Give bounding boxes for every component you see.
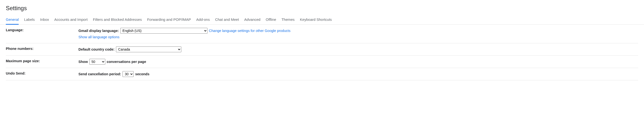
tab-inbox[interactable]: Inbox [40,15,49,24]
setting-row-language: Language: Gmail display language: Englis… [6,25,638,43]
tab-keyboard-shortcuts[interactable]: Keyboard Shortcuts [300,15,332,24]
tab-accounts-import[interactable]: Accounts and Import [54,15,88,24]
settings-tabs: General Labels Inbox Accounts and Import… [0,15,644,25]
setting-label-language: Language: [6,28,78,32]
default-country-code-label: Default country code: [78,46,114,52]
tab-themes[interactable]: Themes [282,15,295,24]
tab-addons[interactable]: Add-ons [196,15,210,24]
setting-row-undo: Undo Send: Send cancellation period: 30 … [6,68,638,80]
setting-row-phone: Phone numbers: Default country code: Can… [6,43,638,56]
page-title: Settings [0,0,644,15]
display-language-label: Gmail display language: [78,28,119,34]
undo-prefix: Send cancellation period: [78,71,121,77]
setting-label-phone: Phone numbers: [6,46,78,50]
undo-suffix: seconds [135,71,150,77]
show-all-language-options-link[interactable]: Show all language options [78,35,119,39]
setting-label-pagesize: Maximum page size: [6,58,78,63]
default-country-code-select[interactable]: Canada [116,46,181,52]
display-language-select[interactable]: English (US) [120,28,208,34]
setting-label-undo: Undo Send: [6,71,78,75]
tab-advanced[interactable]: Advanced [244,15,260,24]
tab-chat-meet[interactable]: Chat and Meet [215,15,239,24]
tab-filters-blocked[interactable]: Filters and Blocked Addresses [93,15,142,24]
tab-offline[interactable]: Offline [266,15,276,24]
page-size-suffix: conversations per page [107,58,146,65]
tab-general[interactable]: General [6,15,19,25]
page-size-select[interactable]: 50 [89,59,105,64]
undo-period-select[interactable]: 30 [122,71,134,77]
tab-labels[interactable]: Labels [24,15,34,24]
change-language-link[interactable]: Change language settings for other Googl… [209,28,290,34]
setting-row-pagesize: Maximum page size: Show 50 conversations… [6,56,638,68]
tab-forwarding-pop-imap[interactable]: Forwarding and POP/IMAP [147,15,191,24]
page-size-prefix: Show [78,58,88,65]
